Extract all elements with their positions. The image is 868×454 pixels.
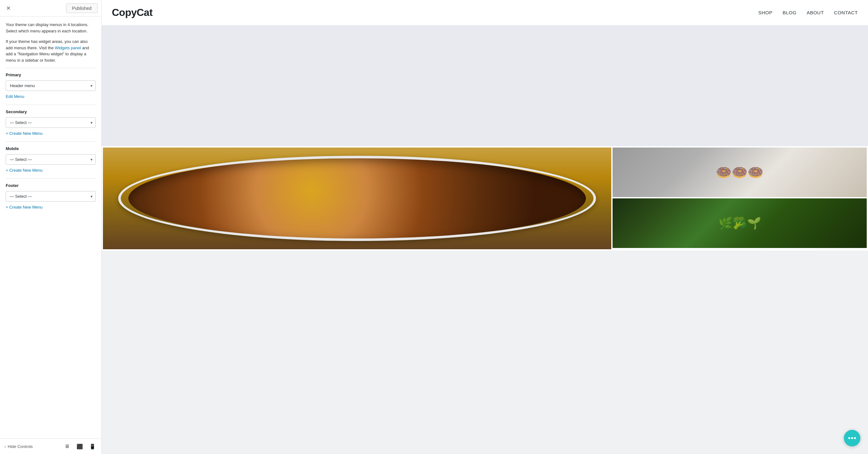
mobile-create-menu-link[interactable]: + Create New Menu [6, 168, 42, 173]
mobile-section: Mobile — Select — ▾ + Create New Menu [6, 146, 96, 174]
food-right-column [613, 147, 867, 249]
widgets-panel-link[interactable]: Widgets panel [55, 46, 81, 50]
mobile-label: Mobile [6, 146, 96, 151]
preview-header: CopyCat SHOP BLOG ABOUT CONTACT [102, 0, 868, 25]
right-panel: CopyCat SHOP BLOG ABOUT CONTACT [102, 0, 868, 454]
mobile-select[interactable]: — Select — [6, 154, 96, 165]
green-food-image [613, 198, 867, 248]
secondary-section: Secondary — Select — ▾ + Create New Menu [6, 109, 96, 137]
footer-select-wrapper: — Select — ▾ [6, 191, 96, 202]
desktop-icon: 🖥 [64, 444, 69, 449]
info-paragraph-2: If your theme has widget areas, you can … [6, 38, 96, 63]
nav-item-contact[interactable]: CONTACT [834, 10, 858, 15]
nav-item-about[interactable]: ABOUT [807, 10, 824, 15]
primary-label: Primary [6, 73, 96, 77]
nav-item-shop[interactable]: SHOP [758, 10, 773, 15]
panel-content: Your theme can display menus in 4 locati… [0, 17, 101, 438]
chat-dot-1 [848, 437, 850, 439]
hide-controls-label: Hide Controls [8, 444, 33, 449]
nav-item-blog[interactable]: BLOG [782, 10, 797, 15]
hide-controls-button[interactable]: ‹ Hide Controls [4, 444, 33, 449]
secondary-select-wrapper: — Select — ▾ [6, 117, 96, 128]
close-button[interactable]: ✕ [4, 4, 13, 13]
main-food-image [103, 147, 611, 249]
footer-label: Footer [6, 183, 96, 188]
site-title: CopyCat [112, 7, 153, 19]
chat-dot-3 [854, 437, 856, 439]
secondary-create-menu-link[interactable]: + Create New Menu [6, 131, 42, 136]
edit-menu-link[interactable]: Edit Menu [6, 94, 25, 99]
footer-section: Footer — Select — ▾ + Create New Menu [6, 183, 96, 211]
divider-3 [6, 141, 96, 142]
primary-select-wrapper: Header menu ▾ [6, 80, 96, 91]
tablet-icon: ⬛ [76, 444, 83, 450]
device-icons: 🖥 ⬛ 📱 [63, 442, 97, 451]
mobile-select-wrapper: — Select — ▾ [6, 154, 96, 165]
donuts-visual [613, 147, 867, 197]
hero-area [102, 25, 868, 146]
info-paragraph-1: Your theme can display menus in 4 locati… [6, 22, 96, 34]
chat-widget[interactable] [844, 430, 860, 446]
tablet-view-button[interactable]: ⬛ [75, 442, 84, 451]
close-icon: ✕ [6, 5, 11, 12]
primary-section: Primary Header menu ▾ Edit Menu [6, 73, 96, 100]
primary-select[interactable]: Header menu [6, 80, 96, 91]
chat-dot-2 [851, 437, 853, 439]
left-panel: ✕ Published Your theme can display menus… [0, 0, 102, 454]
published-button[interactable]: Published [66, 3, 98, 13]
chevron-left-icon: ‹ [4, 444, 6, 449]
secondary-label: Secondary [6, 109, 96, 114]
green-visual [613, 198, 867, 248]
footer-create-menu-link[interactable]: + Create New Menu [6, 205, 42, 209]
mobile-icon: 📱 [89, 444, 96, 450]
donuts-image [613, 147, 867, 197]
footer-select[interactable]: — Select — [6, 191, 96, 202]
divider-4 [6, 178, 96, 179]
chat-dots [848, 437, 856, 439]
divider-1 [6, 68, 96, 68]
mobile-view-button[interactable]: 📱 [88, 442, 97, 451]
desktop-view-button[interactable]: 🖥 [63, 442, 71, 451]
divider-2 [6, 105, 96, 105]
pie-visual [103, 147, 611, 249]
nav-menu: SHOP BLOG ABOUT CONTACT [758, 10, 858, 15]
bottom-bar: ‹ Hide Controls 🖥 ⬛ 📱 [0, 438, 101, 454]
food-grid [102, 146, 868, 251]
top-bar: ✕ Published [0, 0, 101, 17]
secondary-select[interactable]: — Select — [6, 117, 96, 128]
